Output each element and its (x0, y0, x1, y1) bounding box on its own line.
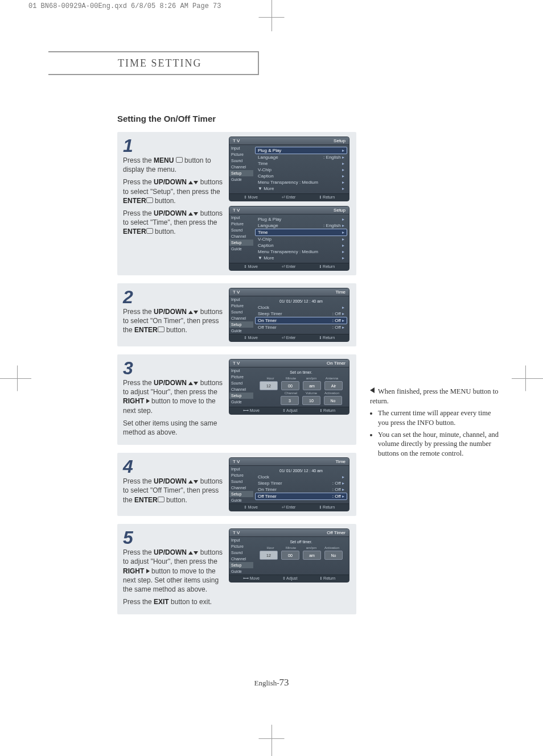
tv-side-item: Picture (229, 472, 253, 478)
tv-side-item: Input (229, 537, 253, 543)
step-paragraph: Press the UP/DOWN buttons to select "Off… (123, 477, 225, 505)
tv-side-item: Sound (229, 158, 253, 164)
tv-param-value: am (303, 551, 321, 560)
tv-menu-row: Off Timer: Off ▸ (255, 493, 347, 500)
tv-side-item: Sound (229, 478, 253, 485)
tv-side-nav: InputPictureSoundChannelSetupGuide (229, 145, 253, 193)
tv-titlebar: T VSetup (229, 206, 349, 214)
tv-side-item: Picture (229, 303, 253, 309)
tv-menu-row: Sleep Timer: Off ▸ (256, 311, 347, 317)
step-paragraph: Press the UP/DOWN buttons to select "On … (123, 307, 225, 335)
tv-menu-row: Sleep Timer: Off ▸ (256, 480, 347, 486)
tv-menu-row: Time ▸ (256, 160, 347, 167)
tv-footer: ⇕ Move⏎ Enter⫿ Return (229, 503, 349, 511)
tv-footer-hint: ⇕ Adjust (282, 408, 298, 413)
tv-footer-hint: ⇕ Move (244, 505, 258, 510)
step-block: 3Press the UP/DOWN buttons to adjust "Ho… (117, 354, 356, 445)
step-paragraph: Press the UP/DOWN buttons to adjust "Hou… (123, 378, 225, 415)
tv-side-item: Picture (229, 221, 253, 227)
section-title: TIME SETTING (118, 57, 201, 69)
crop-mark (259, 738, 285, 739)
tv-datetime: 01/ 01/ 2005/ 12 : 40 am (256, 298, 347, 304)
tv-param-value: No (324, 551, 343, 560)
tv-param-label: Minute (282, 546, 299, 550)
tv-param-label: Channel (282, 391, 299, 395)
tv-param-label: Activation (323, 391, 340, 395)
tv-side-item: Guide (229, 568, 253, 575)
tv-param-value: 10 (302, 396, 320, 405)
tv-footer-hint: ⫿ Return (319, 505, 335, 510)
step-block: 5Press the UP/DOWN buttons to adjust "Ho… (117, 524, 356, 614)
tv-footer: ⇕ Move⏎ Enter⫿ Return (229, 334, 349, 341)
tv-side-item: Setup (229, 491, 253, 497)
step-number: 2 (123, 288, 225, 306)
tv-side-nav: InputPictureSoundChannelSetupGuide (229, 296, 253, 334)
manual-page: 01 BN68-00929A-00Eng.qxd 6/8/05 8:26 AM … (0, 0, 543, 756)
tv-center-note: Set off timer. (256, 539, 347, 545)
tv-menu-row: Plug & Play ▸ (256, 216, 347, 222)
crop-mark (17, 365, 18, 391)
crop-mark (259, 17, 285, 18)
tv-param-label: Minute (282, 377, 299, 380)
tv-side-item: Guide (229, 399, 253, 405)
tv-side-item: Setup (229, 239, 253, 246)
tv-side-item: Setup (229, 393, 253, 399)
tv-footer-hint: ⇕ Adjust (282, 576, 298, 581)
step-text: 1Press the MENU button to display the me… (123, 137, 229, 271)
step-number: 1 (123, 137, 225, 155)
tv-param-value: No (324, 396, 342, 405)
tv-side-nav: InputPictureSoundChannelSetupGuide (229, 537, 253, 575)
tv-footer-hint: ⫿ Return (319, 195, 335, 200)
step-block: 2Press the UP/DOWN buttons to select "On… (117, 283, 356, 346)
tv-main: 01/ 01/ 2005/ 12 : 40 amClock ▸Sleep Tim… (253, 296, 349, 334)
step-paragraph: Press the UP/DOWN buttons to select "Tim… (123, 209, 225, 237)
tv-datetime: 01/ 01/ 2005/ 12 : 40 am (256, 468, 347, 474)
page-number: 73 (279, 677, 289, 688)
tv-menu-row: Clock ▸ (256, 474, 347, 480)
tv-param-label (262, 391, 279, 395)
side-note-lead: When finished, press the MENU button to … (370, 387, 498, 405)
step-number: 5 (123, 528, 225, 547)
tv-side-item: Channel (229, 315, 253, 321)
step-text: 3Press the UP/DOWN buttons to adjust "Ho… (123, 359, 229, 440)
tv-titlebar: T VOn Timer (229, 360, 349, 367)
tv-side-item: Guide (229, 176, 253, 183)
tv-main: Plug & Play ▸Language: English ▸Time ▸V-… (253, 145, 349, 193)
tv-menu-row: Language: English ▸ (256, 222, 347, 229)
tv-side-nav: InputPictureSoundChannelSetupGuide (229, 466, 253, 503)
side-note-item: You can set the hour, minute, channel, a… (378, 430, 501, 459)
tv-footer-hint: ⟷ Move (243, 408, 260, 413)
tv-footer: ⟷ Move⇕ Adjust⫿ Return (229, 575, 349, 582)
tv-menu-row: V-Chip ▸ (256, 236, 347, 242)
tv-footer-hint: ⫿ Return (320, 576, 335, 581)
tv-screen: T VSetupInputPictureSoundChannelSetupGui… (229, 206, 349, 271)
tv-menu-row: Plug & Play ▸ (255, 147, 347, 154)
tv-side-item: Sound (229, 550, 253, 556)
tv-menu-row: On Timer: Off ▸ (256, 486, 347, 493)
tv-footer-hint: ⏎ Enter (282, 265, 296, 269)
tv-side-item: Channel (229, 164, 253, 170)
crop-mark (525, 365, 526, 391)
tv-side-item: Channel (229, 556, 253, 562)
tv-param-value: 12 (260, 381, 278, 390)
tv-param-label: Activation (323, 546, 340, 550)
step-screens: T VTimeInputPictureSoundChannelSetupGuid… (229, 457, 351, 511)
tv-side-item: Picture (229, 543, 253, 550)
tv-footer-hint: ⫿ Return (320, 408, 335, 413)
tv-menu-row: ▼ More ▸ (256, 255, 347, 261)
tv-menu-row: Menu Transparency : Medium ▸ (256, 179, 347, 185)
tv-menu-row: V-Chip ▸ (256, 167, 347, 173)
tv-side-item: Sound (229, 227, 253, 233)
step-paragraph: Press the EXIT button to exit. (123, 597, 225, 606)
tv-menu-row: On Timer: Off ▸ (255, 317, 347, 324)
step-paragraph: Press the MENU button to display the men… (123, 156, 225, 174)
step-paragraph: Set other items using the same method as… (123, 419, 225, 437)
tv-footer-hint: ⏎ Enter (282, 505, 296, 510)
tv-menu-row: Language: English ▸ (256, 154, 347, 160)
tv-side-item: Input (229, 214, 253, 221)
step-paragraph: Press the UP/DOWN buttons to select "Set… (123, 177, 225, 205)
tv-menu-row: Time ▸ (255, 229, 347, 236)
step-paragraph: Press the UP/DOWN buttons to adjust "Hou… (123, 548, 225, 594)
tv-footer-hint: ⟷ Move (243, 576, 260, 581)
step-number: 4 (123, 457, 225, 476)
